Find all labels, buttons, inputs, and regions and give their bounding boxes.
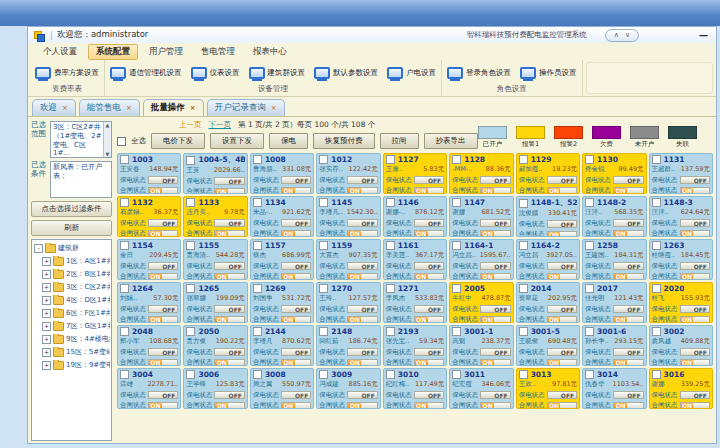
tree-item[interactable]: + 2区：B区1#井/B区1# <box>42 269 110 279</box>
action-button[interactable]: 抄表导出 <box>424 133 478 149</box>
supply-status-toggle[interactable]: OFF <box>148 305 178 313</box>
switch-status-toggle[interactable]: ON <box>414 359 444 367</box>
switch-status-toggle[interactable]: ON <box>214 359 244 367</box>
supply-status-toggle[interactable]: OFF <box>613 262 643 270</box>
card-checkbox[interactable] <box>253 155 262 164</box>
supply-status-toggle[interactable]: OFF <box>680 391 710 399</box>
action-button[interactable]: 保电 <box>269 133 308 149</box>
supply-status-toggle[interactable]: OFF <box>281 176 311 184</box>
supply-status-toggle[interactable]: OFF <box>547 176 577 184</box>
card-checkbox[interactable] <box>519 155 528 164</box>
supply-status-toggle[interactable]: OFF <box>148 391 178 399</box>
meter-card[interactable]: 1129 郝加霞.. 19.23元 保电状态 OFF <box>516 153 580 194</box>
switch-status-toggle[interactable]: ON <box>613 187 643 195</box>
card-checkbox[interactable] <box>452 284 461 293</box>
switch-status-toggle[interactable]: ON <box>680 359 710 367</box>
tree-item[interactable]: + 4区：D区1#井（D区1 <box>42 295 110 305</box>
card-checkbox[interactable] <box>319 241 328 250</box>
supply-status-toggle[interactable]: OFF <box>680 305 710 313</box>
switch-status-toggle[interactable]: ON <box>281 359 311 367</box>
card-checkbox[interactable] <box>519 241 528 250</box>
ribbon-button[interactable]: 操作员设置 <box>520 67 577 79</box>
supply-status-toggle[interactable]: OFF <box>214 219 244 227</box>
card-checkbox[interactable] <box>585 327 594 336</box>
card-checkbox[interactable] <box>186 241 195 250</box>
supply-status-toggle[interactable]: OFF <box>281 391 311 399</box>
switch-status-toggle[interactable]: ON <box>414 273 444 281</box>
switch-status-toggle[interactable]: ON <box>281 316 311 324</box>
card-checkbox[interactable] <box>386 241 395 250</box>
meter-card[interactable]: 1161 李美莲.. 367.17元 保电状态 OFF <box>383 239 447 280</box>
refresh-button[interactable]: 刷新 <box>31 220 112 236</box>
switch-status-toggle[interactable]: ON <box>547 316 577 324</box>
meter-card[interactable]: 3016 谢娜 339.25元 保电状态 OFF <box>649 368 713 409</box>
meter-card[interactable]: 1131 王超群.. 137.59元 保电状态 OFF <box>649 153 713 194</box>
switch-status-toggle[interactable]: ON <box>281 230 311 238</box>
switch-status-toggle[interactable]: ON <box>613 316 643 324</box>
card-checkbox[interactable] <box>253 241 262 250</box>
supply-status-toggle[interactable]: OFF <box>680 348 710 356</box>
switch-status-toggle[interactable]: ON <box>613 230 643 238</box>
supply-status-toggle[interactable]: OFF <box>347 219 377 227</box>
meter-card[interactable]: 1148-3 汪洋.. 624.64元 保电状态 OFF <box>649 196 713 237</box>
switch-status-toggle[interactable]: ON <box>680 273 710 281</box>
switch-status-toggle[interactable]: ON <box>347 273 377 281</box>
switch-status-toggle[interactable]: ON <box>680 316 710 324</box>
switch-status-toggle[interactable]: ON <box>148 402 178 410</box>
supply-status-toggle[interactable]: OFF <box>613 305 643 313</box>
menu-tab[interactable]: 系统配置 <box>88 44 138 60</box>
tree-item[interactable]: + 1区：A区1#井 <box>42 256 110 266</box>
switch-status-toggle[interactable]: ON <box>480 402 510 410</box>
switch-status-toggle[interactable]: ON <box>613 359 643 367</box>
meter-card[interactable]: 3011 纪宏霞 346.06元 保电状态 OFF <box>449 368 513 409</box>
switch-status-toggle[interactable]: ON <box>613 402 643 410</box>
card-checkbox[interactable] <box>519 370 528 379</box>
tree-item[interactable]: + 6区：F区1#井（F区1# <box>42 308 110 318</box>
tree-item[interactable]: + 7区：G区1#井 <box>42 321 110 331</box>
card-checkbox[interactable] <box>585 284 594 293</box>
supply-status-toggle[interactable]: OFF <box>347 348 377 356</box>
supply-status-toggle[interactable]: OFF <box>547 220 577 228</box>
expand-icon[interactable]: + <box>42 283 51 292</box>
supply-status-toggle[interactable]: OFF <box>480 176 510 184</box>
card-checkbox[interactable] <box>253 327 262 336</box>
supply-status-toggle[interactable]: OFF <box>480 219 510 227</box>
menu-tab[interactable]: 个人设置 <box>36 45 84 59</box>
card-checkbox[interactable] <box>120 370 129 379</box>
meter-card[interactable]: 3004 诗雄 2278.71.. 保电状态 OFF <box>117 368 181 409</box>
minimize-icon[interactable]: — <box>699 30 708 40</box>
ribbon-button[interactable]: 户电设置 <box>387 67 436 79</box>
close-icon[interactable]: × <box>62 104 68 112</box>
switch-status-toggle[interactable]: ON <box>480 316 510 324</box>
card-checkbox[interactable] <box>519 284 528 293</box>
meter-card[interactable]: 1164-2 冯立昌 3927.05.. 保电状态 OFF <box>516 239 580 280</box>
meter-card[interactable]: 3014 仇春华 1103.54.. 保电状态 OFF <box>582 368 646 409</box>
card-checkbox[interactable] <box>319 155 328 164</box>
tree-item[interactable]: + 9区：4#楼电井（4#楼 <box>42 334 110 344</box>
switch-status-toggle[interactable]: ON <box>148 359 178 367</box>
meter-card[interactable]: 1134 朱品-.. 921.62元 保电状态 OFF <box>250 196 314 237</box>
meter-card[interactable]: 3002 俞风越 409.88元 保电状态 OFF <box>649 325 713 366</box>
supply-status-toggle[interactable]: OFF <box>414 262 444 270</box>
card-checkbox[interactable] <box>253 370 262 379</box>
card-checkbox[interactable] <box>585 241 594 250</box>
meter-card[interactable]: 1127 王康.. 5.83元 保电状态 OFF <box>383 153 447 194</box>
meter-card[interactable]: 3001-1 高魁 238.37元 保电状态 OFF <box>449 325 513 366</box>
card-checkbox[interactable] <box>120 241 129 250</box>
supply-status-toggle[interactable]: OFF <box>214 177 244 185</box>
selected-range-listbox[interactable]: 3区：C区2#井（1#变电、2#变电、C区1#… ▲ ▼ <box>50 121 112 158</box>
meter-card[interactable]: 1128 -MM-.. 88.36元 保电状态 OFF <box>449 153 513 194</box>
switch-status-toggle[interactable]: ON <box>214 273 244 281</box>
close-icon[interactable]: × <box>271 104 277 112</box>
meter-card[interactable]: 3008 周之翼 550.97元 保电状态 OFF <box>250 368 314 409</box>
meter-card[interactable]: 3001-5 王晓俊 690.48元 保电状态 OFF <box>516 325 580 366</box>
meter-card[interactable]: 3013 王欢.. 97.81元 保电状态 OFF <box>516 368 580 409</box>
menu-tab[interactable]: 报表中心 <box>246 45 294 59</box>
meter-card[interactable]: 2048 郑小军 108.68元 保电状态 OFF <box>117 325 181 366</box>
ribbon-button[interactable]: 默认参数设置 <box>314 67 378 79</box>
meter-card[interactable]: 1147 谢娜 681.52元 保电状态 OFF <box>449 196 513 237</box>
card-checkbox[interactable] <box>386 198 395 207</box>
switch-status-toggle[interactable]: ON <box>680 402 710 410</box>
card-checkbox[interactable] <box>186 198 195 207</box>
choose-filter-button[interactable]: 点击选择过滤条件 <box>31 201 112 217</box>
